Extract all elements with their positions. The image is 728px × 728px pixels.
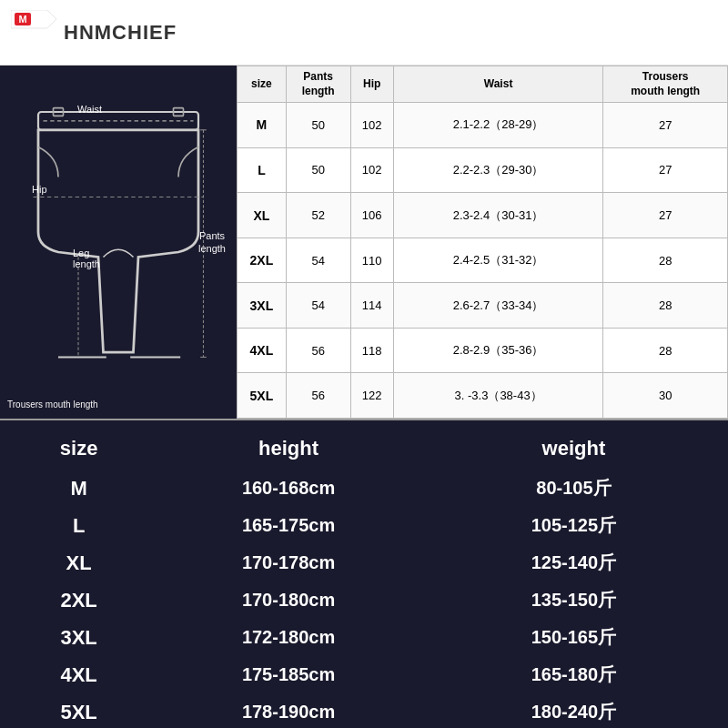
hw-cell-size: 3XL: [18, 619, 139, 656]
hw-table-row: M 160-168cm 80-105斤: [18, 470, 710, 507]
cell-size: M: [238, 103, 287, 148]
cell-size: 3XL: [238, 283, 287, 329]
hw-cell-weight: 180-240斤: [438, 693, 710, 728]
table-header-row: size Pantslength Hip Waist Trousersmouth…: [238, 66, 728, 103]
hw-cell-size: 5XL: [18, 693, 139, 728]
cell-waist: 3. -3.3（38-43）: [393, 373, 603, 419]
hw-cell-height: 172-180cm: [139, 619, 438, 656]
cell-waist: 2.2-2.3（29-30）: [393, 147, 603, 193]
col-trousers-header: Trousersmouth length: [603, 66, 728, 103]
cell-hip: 122: [350, 373, 393, 419]
cell-waist: 2.6-2.7（33-34）: [393, 283, 603, 329]
hw-col-height-header: height: [139, 430, 438, 470]
hw-cell-weight: 150-165斤: [438, 619, 710, 656]
diagram-hip-label: Hip: [32, 184, 47, 195]
cell-hip: 118: [350, 328, 393, 373]
table-row: 2XL 54 110 2.4-2.5（31-32） 28: [238, 238, 728, 283]
diagram-pants-label: Pantslength: [198, 229, 226, 256]
cell-pants: 52: [286, 193, 350, 238]
top-section: Waist Hip Leglength Pantslength Trousers…: [0, 66, 728, 420]
hw-cell-height: 178-190cm: [139, 693, 438, 728]
col-size-header: size: [238, 66, 287, 103]
table-row: M 50 102 2.1-2.2（28-29） 27: [238, 103, 728, 148]
table-row: XL 52 106 2.3-2.4（30-31） 27: [238, 193, 728, 238]
hw-cell-size: M: [18, 470, 139, 507]
hw-col-size-header: size: [18, 430, 139, 470]
cell-pants: 56: [286, 328, 350, 373]
cell-size: 2XL: [238, 238, 287, 283]
hw-cell-size: XL: [18, 544, 139, 581]
col-hip-header: Hip: [350, 66, 393, 103]
brand-name: HNMCHIEF: [64, 21, 177, 45]
hw-cell-height: 170-180cm: [139, 581, 438, 619]
hw-table-row: 2XL 170-180cm 135-150斤: [18, 581, 710, 619]
cell-trousers: 28: [603, 238, 728, 283]
hw-cell-height: 165-175cm: [139, 507, 438, 544]
cell-trousers: 27: [603, 103, 728, 148]
pants-diagram: Waist Hip Leglength Pantslength Trousers…: [0, 66, 237, 419]
cell-size: 4XL: [238, 328, 287, 373]
hw-cell-height: 170-178cm: [139, 544, 438, 581]
hw-cell-weight: 135-150斤: [438, 581, 710, 619]
diagram-waist-label: Waist: [77, 104, 102, 115]
hw-cell-weight: 125-140斤: [438, 544, 710, 581]
col-waist-header: Waist: [393, 66, 603, 103]
cell-trousers: 28: [603, 283, 728, 329]
hw-cell-weight: 80-105斤: [438, 470, 710, 507]
size-table-body: M 50 102 2.1-2.2（28-29） 27 L 50 102 2.2-…: [238, 103, 728, 419]
hw-cell-height: 175-185cm: [139, 656, 438, 693]
cell-pants: 56: [286, 373, 350, 419]
cell-waist: 2.3-2.4（30-31）: [393, 193, 603, 238]
hw-table-row: XL 170-178cm 125-140斤: [18, 544, 710, 581]
cell-waist: 2.8-2.9（35-36）: [393, 328, 603, 373]
diagram-trousers-label: Trousers mouth length: [7, 399, 98, 410]
cell-trousers: 27: [603, 147, 728, 193]
hw-table-row: 4XL 175-185cm 165-180斤: [18, 656, 710, 693]
hw-cell-size: 2XL: [18, 581, 139, 619]
hw-cell-weight: 165-180斤: [438, 656, 710, 693]
cell-pants: 54: [286, 238, 350, 283]
cell-pants: 54: [286, 283, 350, 329]
cell-hip: 102: [350, 147, 393, 193]
hw-cell-size: 4XL: [18, 656, 139, 693]
svg-rect-3: [38, 112, 198, 130]
hw-table-row: 3XL 172-180cm 150-165斤: [18, 619, 710, 656]
hw-table-row: L 165-175cm 105-125斤: [18, 507, 710, 544]
size-table: size Pantslength Hip Waist Trousersmouth…: [237, 66, 728, 419]
header: M HNMCHIEF: [0, 0, 728, 66]
hw-col-weight-header: weight: [438, 430, 710, 470]
cell-trousers: 27: [603, 193, 728, 238]
hw-table-body: M 160-168cm 80-105斤 L 165-175cm 105-125斤…: [18, 470, 710, 728]
bottom-section: size height weight M 160-168cm 80-105斤 L…: [0, 420, 728, 728]
table-row: 4XL 56 118 2.8-2.9（35-36） 28: [238, 328, 728, 373]
logo-container: M HNMCHIEF: [11, 10, 177, 56]
svg-text:M: M: [18, 14, 26, 25]
diagram-leg-label: Leglength: [73, 248, 100, 269]
cell-size: 5XL: [238, 373, 287, 419]
cell-hip: 102: [350, 103, 393, 148]
cell-hip: 106: [350, 193, 393, 238]
cell-size: XL: [238, 193, 287, 238]
cell-hip: 110: [350, 238, 393, 283]
table-row: 5XL 56 122 3. -3.3（38-43） 30: [238, 373, 728, 419]
table-row: L 50 102 2.2-2.3（29-30） 27: [238, 147, 728, 193]
hw-table-row: 5XL 178-190cm 180-240斤: [18, 693, 710, 728]
cell-hip: 114: [350, 283, 393, 329]
size-table-wrapper: size Pantslength Hip Waist Trousersmouth…: [237, 66, 728, 419]
cell-size: L: [238, 147, 287, 193]
cell-pants: 50: [286, 147, 350, 193]
hw-cell-weight: 105-125斤: [438, 507, 710, 544]
cell-waist: 2.4-2.5（31-32）: [393, 238, 603, 283]
brand-logo-icon: M: [11, 10, 56, 56]
height-weight-table: size height weight M 160-168cm 80-105斤 L…: [18, 430, 710, 728]
table-row: 3XL 54 114 2.6-2.7（33-34） 28: [238, 283, 728, 329]
hw-header-row: size height weight: [18, 430, 710, 470]
hw-cell-size: L: [18, 507, 139, 544]
col-pants-header: Pantslength: [286, 66, 350, 103]
cell-trousers: 30: [603, 373, 728, 419]
cell-trousers: 28: [603, 328, 728, 373]
hw-cell-height: 160-168cm: [139, 470, 438, 507]
cell-waist: 2.1-2.2（28-29）: [393, 103, 603, 148]
cell-pants: 50: [286, 103, 350, 148]
